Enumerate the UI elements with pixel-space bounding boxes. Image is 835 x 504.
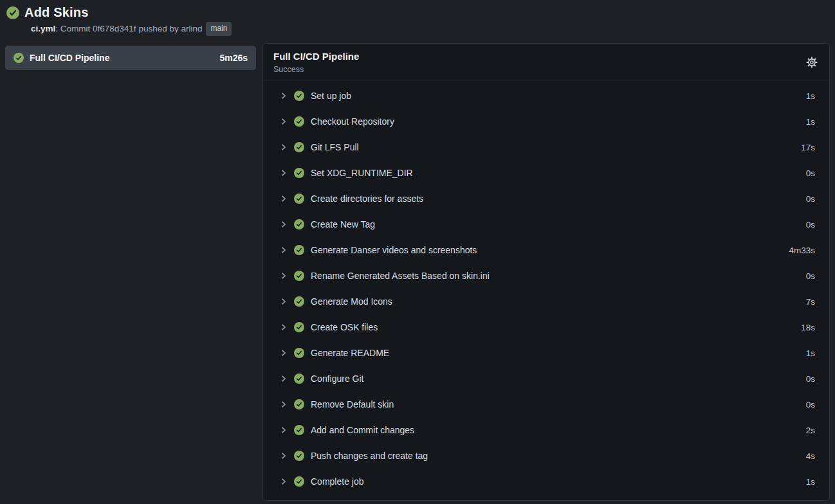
- step-row[interactable]: Generate Mod Icons 7s: [263, 289, 829, 314]
- step-row[interactable]: Set XDG_RUNTIME_DIR 0s: [263, 160, 829, 186]
- chevron-right-icon[interactable]: [279, 323, 288, 332]
- chevron-right-icon[interactable]: [279, 168, 288, 177]
- commit-prefix-text: : Commit: [55, 24, 93, 33]
- step-duration: 0s: [806, 220, 815, 230]
- chevron-right-icon[interactable]: [279, 246, 288, 255]
- step-name: Rename Generated Assets Based on skin.in…: [311, 271, 490, 281]
- step-duration: 0s: [806, 271, 815, 281]
- jobs-sidebar: Full CI/CD Pipeline 5m26s: [5, 43, 256, 70]
- workflow-file-name: ci.yml: [31, 24, 55, 33]
- gear-icon: [806, 57, 818, 68]
- step-row[interactable]: Generate README 1s: [263, 340, 829, 366]
- step-row[interactable]: Push changes and create tag 4s: [263, 443, 829, 469]
- step-row[interactable]: Rename Generated Assets Based on skin.in…: [263, 263, 829, 289]
- step-duration: 4m33s: [789, 246, 815, 255]
- check-circle-icon: [294, 194, 304, 204]
- chevron-right-icon[interactable]: [279, 194, 288, 203]
- check-circle-icon: [294, 91, 304, 101]
- branch-badge[interactable]: main: [206, 22, 232, 36]
- main-content: Full CI/CD Pipeline 5m26s Full CI/CD Pip…: [0, 43, 835, 501]
- job-duration: 5m26s: [219, 53, 248, 63]
- step-duration: 0s: [806, 194, 815, 204]
- panel-header-text: Full CI/CD Pipeline Success: [273, 50, 359, 74]
- job-name: Full CI/CD Pipeline: [30, 53, 214, 63]
- check-circle-icon: [294, 451, 304, 461]
- step-duration: 4s: [806, 451, 815, 461]
- chevron-right-icon[interactable]: [279, 297, 288, 306]
- step-duration: 18s: [801, 323, 815, 332]
- chevron-right-icon[interactable]: [279, 348, 288, 357]
- check-circle-icon: [294, 425, 304, 435]
- run-subtitle: ci.yml: Commit 0f678d341f pushed by arli…: [31, 22, 827, 36]
- check-circle-icon: [294, 116, 304, 127]
- step-name: Set XDG_RUNTIME_DIR: [311, 168, 413, 178]
- step-duration: 1s: [806, 117, 815, 127]
- step-name: Complete job: [311, 476, 364, 487]
- check-circle-icon: [294, 322, 304, 332]
- step-name: Push changes and create tag: [311, 451, 428, 461]
- step-name: Create New Tag: [311, 219, 375, 230]
- author-name: arlind: [181, 24, 202, 33]
- run-title: Add Skins: [24, 5, 89, 20]
- check-circle-icon: [294, 476, 304, 487]
- commit-hash-link[interactable]: 0f678d341f: [93, 24, 136, 33]
- job-steps-panel: Full CI/CD Pipeline Success: [262, 43, 830, 501]
- panel-title: Full CI/CD Pipeline: [273, 50, 359, 62]
- chevron-right-icon[interactable]: [279, 143, 288, 152]
- step-row[interactable]: Create OSK files 18s: [263, 314, 829, 340]
- step-name: Configure Git: [311, 374, 363, 384]
- step-row[interactable]: Create directories for assets 0s: [263, 186, 829, 212]
- check-circle-icon: [294, 374, 304, 384]
- step-name: Generate Mod Icons: [311, 296, 392, 307]
- check-circle-icon: [294, 271, 304, 281]
- step-row[interactable]: Configure Git 0s: [263, 366, 829, 392]
- check-circle-icon: [294, 348, 304, 358]
- step-row[interactable]: Set up job 1s: [263, 83, 829, 109]
- step-duration: 0s: [806, 168, 815, 178]
- step-name: Set up job: [311, 91, 351, 101]
- step-duration: 1s: [806, 477, 815, 487]
- step-row[interactable]: Generate Danser videos and screenshots 4…: [263, 237, 829, 263]
- panel-header: Full CI/CD Pipeline Success: [263, 44, 829, 80]
- chevron-right-icon[interactable]: [279, 91, 288, 100]
- step-duration: 17s: [801, 143, 815, 152]
- step-name: Remove Default skin: [311, 399, 394, 410]
- settings-button[interactable]: [805, 55, 819, 69]
- step-name: Create OSK files: [311, 322, 378, 332]
- chevron-right-icon[interactable]: [279, 451, 288, 460]
- chevron-right-icon[interactable]: [279, 220, 288, 229]
- step-duration: 1s: [806, 91, 815, 101]
- chevron-right-icon[interactable]: [279, 117, 288, 126]
- chevron-right-icon[interactable]: [279, 400, 288, 409]
- step-duration: 0s: [806, 374, 815, 384]
- chevron-right-icon[interactable]: [279, 426, 288, 435]
- pushed-by-text: pushed by: [136, 24, 181, 33]
- check-circle-icon: [294, 142, 304, 152]
- check-circle-icon: [294, 296, 304, 307]
- step-duration: 2s: [806, 426, 815, 435]
- step-row[interactable]: Checkout Repository 1s: [263, 109, 829, 134]
- step-name: Git LFS Pull: [311, 142, 359, 152]
- step-row[interactable]: Complete job 1s: [263, 469, 829, 494]
- step-name: Generate README: [311, 348, 389, 358]
- step-row[interactable]: Git LFS Pull 17s: [263, 134, 829, 160]
- check-circle-icon: [294, 245, 304, 255]
- check-circle-icon: [294, 219, 304, 230]
- step-duration: 0s: [806, 400, 815, 410]
- step-name: Checkout Repository: [311, 116, 394, 127]
- panel-status: Success: [273, 65, 359, 74]
- step-row[interactable]: Add and Commit changes 2s: [263, 417, 829, 443]
- chevron-right-icon[interactable]: [279, 271, 288, 280]
- chevron-right-icon[interactable]: [279, 374, 288, 383]
- step-row[interactable]: Create New Tag 0s: [263, 212, 829, 237]
- job-status-check-icon: [14, 53, 24, 63]
- step-name: Add and Commit changes: [311, 425, 414, 435]
- job-item-full-cicd-pipeline[interactable]: Full CI/CD Pipeline 5m26s: [5, 46, 256, 70]
- chevron-right-icon[interactable]: [279, 477, 288, 486]
- check-circle-icon: [294, 399, 304, 410]
- step-row[interactable]: Remove Default skin 0s: [263, 392, 829, 417]
- step-duration: 7s: [806, 297, 815, 307]
- step-name: Generate Danser videos and screenshots: [311, 245, 477, 255]
- run-header: Add Skins ci.yml: Commit 0f678d341f push…: [0, 0, 835, 36]
- run-status-check-icon: [6, 6, 19, 19]
